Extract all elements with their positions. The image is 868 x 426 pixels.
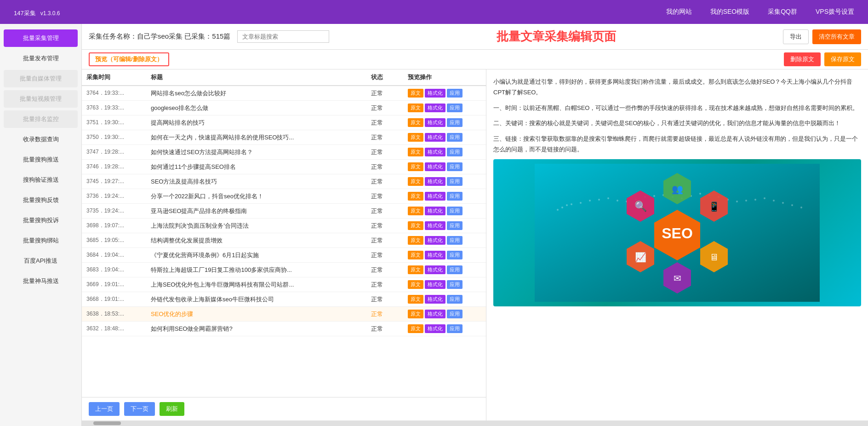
format-button[interactable]: 格式化 — [425, 265, 445, 274]
svg-text:📈: 📈 — [635, 252, 646, 263]
orig-button[interactable]: 原文 — [408, 280, 423, 289]
table-row[interactable]: 3668．19:01:... 外链代发包收录上海新媒体seo牛巨微科技公司 正常… — [82, 292, 486, 307]
orig-button[interactable]: 原文 — [408, 236, 423, 245]
format-button[interactable]: 格式化 — [425, 221, 445, 230]
table-row[interactable]: 3684．19:04:... 《宁夏优化营商环境条例》6月1日起实施 正常 原文… — [82, 248, 486, 263]
orig-button[interactable]: 原文 — [408, 104, 423, 112]
orig-button[interactable]: 原文 — [408, 295, 423, 304]
horizontal-scrollbar[interactable] — [82, 420, 868, 426]
orig-button[interactable]: 原文 — [408, 324, 423, 333]
format-button[interactable]: 格式化 — [425, 324, 445, 333]
orig-button[interactable]: 原文 — [408, 148, 423, 156]
apply-button[interactable]: 应用 — [447, 133, 463, 142]
apply-button[interactable]: 应用 — [447, 162, 463, 171]
table-row[interactable]: 3747．19:28:... 如何快速通过SEO方法提高网站排名？ 正常 原文 … — [82, 145, 486, 160]
table-row[interactable]: 3764．19:33:... 网站排名seo怎么做会比较好 正常 原文 格式化 … — [82, 86, 486, 101]
nav-my-site[interactable]: 我的网站 — [666, 8, 692, 16]
orig-button[interactable]: 原文 — [408, 192, 423, 201]
format-button[interactable]: 格式化 — [425, 207, 445, 215]
row-time: 3669．19:01:... — [86, 281, 151, 288]
orig-button[interactable]: 原文 — [408, 310, 423, 318]
table-row[interactable]: 3683．19:04:... 特斯拉上海超级工厂19日复工推动100多家供应商协… — [82, 263, 486, 277]
sidebar-item-batch-collect[interactable]: 批量采集管理 — [4, 29, 78, 47]
apply-button[interactable]: 应用 — [447, 118, 463, 127]
apply-button[interactable]: 应用 — [447, 280, 463, 289]
delete-orig-button[interactable]: 删除原文 — [784, 52, 821, 66]
table-row[interactable]: 3632．18:48:... 如何利用SEO做全网霸屏营销? 正常 原文 格式化… — [82, 322, 486, 336]
save-orig-button[interactable]: 保存原文 — [824, 52, 861, 66]
table-row[interactable]: 3736．19:24:... 分享一个2022新风口，抖音seo优化排名！ 正常… — [82, 189, 486, 204]
row-actions: 原文 格式化 应用 — [408, 280, 481, 289]
prev-page-button[interactable]: 上一页 — [89, 402, 120, 416]
orig-button[interactable]: 原文 — [408, 177, 423, 186]
apply-button[interactable]: 应用 — [447, 310, 463, 318]
row-status: 正常 — [371, 133, 408, 142]
orig-button[interactable]: 原文 — [408, 118, 423, 127]
sidebar-item-shenma-push[interactable]: 批量神马推送 — [4, 272, 78, 290]
apply-button[interactable]: 应用 — [447, 221, 463, 230]
format-button[interactable]: 格式化 — [425, 192, 445, 201]
format-button[interactable]: 格式化 — [425, 280, 445, 289]
export-button[interactable]: 导出 — [783, 29, 809, 44]
table-row[interactable]: 3685．19:05:... 结构调整优化发展提质增效 正常 原文 格式化 应用 — [82, 233, 486, 248]
apply-button[interactable]: 应用 — [447, 207, 463, 215]
format-button[interactable]: 格式化 — [425, 133, 445, 142]
sidebar-item-batch-publish[interactable]: 批量发布管理 — [4, 50, 78, 67]
search-input[interactable] — [237, 30, 329, 43]
apply-button[interactable]: 应用 — [447, 265, 463, 274]
sidebar-item-sougou-feedback[interactable]: 批量搜狗反馈 — [4, 191, 78, 209]
format-button[interactable]: 格式化 — [425, 118, 445, 127]
orig-button[interactable]: 原文 — [408, 221, 423, 230]
format-button[interactable]: 格式化 — [425, 236, 445, 245]
sidebar-item-data-query[interactable]: 收录数据查询 — [4, 131, 78, 148]
table-row[interactable]: 3746．19:28:... 如何通过11个步骤提高SEO排名 正常 原文 格式… — [82, 160, 486, 174]
orig-button[interactable]: 原文 — [408, 162, 423, 171]
format-button[interactable]: 格式化 — [425, 310, 445, 318]
orig-button[interactable]: 原文 — [408, 207, 423, 215]
table-row[interactable]: 3698．19:07:... 上海法院判决'负面压制业务'合同违法 正常 原文 … — [82, 219, 486, 233]
row-status: 正常 — [371, 148, 408, 156]
format-button[interactable]: 格式化 — [425, 148, 445, 156]
apply-button[interactable]: 应用 — [447, 251, 463, 259]
table-row[interactable]: 3638．18:53:... SEO优化的步骤 正常 原文 格式化 应用 — [82, 307, 486, 322]
apply-button[interactable]: 应用 — [447, 104, 463, 112]
preview-panel[interactable]: 小编认为就是通过引擎，得到好的，获得更多网站度我们称作流量，最后成成交。那么到底… — [486, 69, 868, 420]
format-button[interactable]: 格式化 — [425, 295, 445, 304]
apply-button[interactable]: 应用 — [447, 236, 463, 245]
sidebar-item-sougou-push[interactable]: 批量搜狗推送 — [4, 151, 78, 168]
format-button[interactable]: 格式化 — [425, 177, 445, 186]
orig-button[interactable]: 原文 — [408, 133, 423, 142]
apply-button[interactable]: 应用 — [447, 89, 463, 98]
next-page-button[interactable]: 下一页 — [124, 402, 155, 416]
refresh-button[interactable]: 刷新 — [160, 402, 184, 416]
table-row[interactable]: 3745．19:27:... SEO方法及提高排名技巧 正常 原文 格式化 应用 — [82, 174, 486, 189]
row-actions: 原文 格式化 应用 — [408, 251, 481, 259]
sidebar-item-sougou-bind[interactable]: 批量搜狗绑站 — [4, 232, 78, 249]
format-button[interactable]: 格式化 — [425, 104, 445, 112]
format-button[interactable]: 格式化 — [425, 162, 445, 171]
apply-button[interactable]: 应用 — [447, 192, 463, 201]
nav-qq-group[interactable]: 采集QQ群 — [768, 8, 797, 16]
format-button[interactable]: 格式化 — [425, 251, 445, 259]
table-row[interactable]: 3669．19:01:... 上海SEO优化外包上海牛巨微网络科技有限公司站群.… — [82, 277, 486, 292]
apply-button[interactable]: 应用 — [447, 148, 463, 156]
nav-vps-setting[interactable]: VPS拨号设置 — [816, 8, 854, 16]
apply-button[interactable]: 应用 — [447, 177, 463, 186]
sidebar-item-sougou-complaint[interactable]: 批量搜狗投诉 — [4, 212, 78, 229]
apply-button[interactable]: 应用 — [447, 295, 463, 304]
sidebar-item-baidu-api[interactable]: 百度API推送 — [4, 252, 78, 270]
table-row[interactable]: 3750．19:30:... 如何在一天之内，快速提高网站排名的使用SEO技巧.… — [82, 130, 486, 145]
clear-all-button[interactable]: 清空所有文章 — [812, 29, 861, 44]
table-row[interactable]: 3763．19:33:... googleseo排名怎么做 正常 原文 格式化 … — [82, 101, 486, 115]
sidebar-item-sougou-verify[interactable]: 搜狗验证推送 — [4, 171, 78, 189]
nav-seo-template[interactable]: 我的SEO模版 — [710, 8, 750, 16]
orig-button[interactable]: 原文 — [408, 265, 423, 274]
table-row[interactable]: 3735．19:24:... 亚马逊SEO提高产品排名的终极指南 正常 原文 格… — [82, 204, 486, 219]
apply-button[interactable]: 应用 — [447, 324, 463, 333]
table-row[interactable]: 3751．19:30:... 提高网站排名的技巧 正常 原文 格式化 应用 — [82, 115, 486, 130]
orig-button[interactable]: 原文 — [408, 89, 423, 98]
orig-button[interactable]: 原文 — [408, 251, 423, 259]
format-button[interactable]: 格式化 — [425, 89, 445, 98]
scrollbar-thumb[interactable] — [93, 421, 121, 425]
svg-text:SEO: SEO — [662, 225, 693, 242]
